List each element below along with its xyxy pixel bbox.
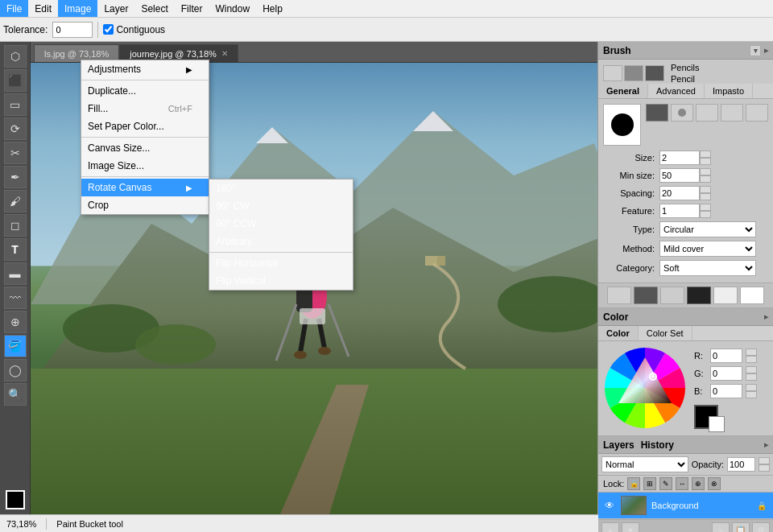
brush-tab-general[interactable]: General: [598, 84, 648, 98]
brush-swatch-1[interactable]: [607, 287, 631, 304]
tool-fill-bucket[interactable]: 🪣: [4, 335, 27, 357]
menu-item-crop[interactable]: Crop: [81, 196, 209, 214]
brush-category-select[interactable]: Soft Hard Bristle: [659, 260, 756, 276]
lock-icon-2[interactable]: ⊞: [643, 477, 656, 490]
lock-icon-1[interactable]: 🔒: [627, 477, 640, 490]
brush-feature-up[interactable]: ▲: [700, 204, 711, 211]
layer-mode-select[interactable]: Normal Multiply Screen: [601, 456, 688, 472]
tool-crop[interactable]: ✂: [4, 142, 27, 164]
color-panel-collapse[interactable]: ▸: [764, 312, 768, 321]
submenu-90ccw[interactable]: 90° CCW: [209, 215, 353, 233]
menu-window[interactable]: Window: [209, 0, 256, 17]
brush-swatch-2[interactable]: [634, 287, 658, 304]
menu-item-paper-color[interactable]: Set Paper Color...: [81, 118, 209, 135]
tool-smudge[interactable]: 〰: [4, 287, 27, 309]
lock-icon-6[interactable]: ⊗: [708, 477, 721, 490]
brush-minsize-down[interactable]: ▼: [700, 175, 711, 183]
foreground-swatch[interactable]: [694, 405, 718, 429]
history-tab-btn[interactable]: History: [641, 439, 677, 451]
menu-item-canvas-size[interactable]: Canvas Size...: [81, 139, 209, 157]
brush-feature-down[interactable]: ▼: [700, 211, 711, 218]
tool-shape[interactable]: ▬: [4, 262, 27, 285]
brush-spacing-up[interactable]: ▲: [700, 186, 711, 193]
opacity-up[interactable]: ▲: [759, 457, 770, 464]
brush-size-up[interactable]: ▲: [700, 151, 711, 158]
brush-shape-gradient[interactable]: [746, 104, 768, 122]
layer-btn-add[interactable]: ＋: [712, 522, 730, 532]
tolerance-input[interactable]: [52, 22, 93, 38]
color-b-input[interactable]: [710, 384, 742, 398]
tab-journey-close[interactable]: ✕: [221, 49, 228, 58]
brush-panel-collapse[interactable]: ▸: [764, 46, 768, 55]
brush-type-select[interactable]: Circular Flat Palette: [659, 221, 756, 237]
brush-method-select[interactable]: Mild cover Buildup Glazing: [659, 241, 756, 257]
color-r-down[interactable]: ▼: [746, 356, 757, 363]
brush-minsize-input[interactable]: [659, 168, 700, 183]
lock-icon-5[interactable]: ⊕: [692, 477, 705, 490]
brush-swatch-5[interactable]: [713, 287, 738, 304]
contiguous-checkbox[interactable]: [103, 24, 114, 35]
layer-btn-duplicate[interactable]: 📋: [732, 522, 750, 532]
layers-tab-btn[interactable]: Layers: [603, 439, 641, 451]
brush-spacing-down[interactable]: ▼: [700, 193, 711, 200]
menu-image[interactable]: Image: [58, 0, 97, 17]
brush-size-input[interactable]: [659, 151, 700, 165]
tool-fill[interactable]: ⬛: [4, 69, 27, 92]
tool-text[interactable]: T: [4, 238, 27, 261]
brush-preset-1[interactable]: [603, 65, 622, 81]
lock-icon-3[interactable]: ✎: [659, 477, 672, 490]
opacity-input[interactable]: [727, 457, 755, 472]
menu-item-image-size[interactable]: Image Size...: [81, 157, 209, 175]
menu-item-adjustments[interactable]: Adjustments ▶: [81, 60, 209, 78]
layer-eye-background[interactable]: 👁: [603, 499, 616, 512]
layer-btn-up[interactable]: ▲: [601, 522, 619, 532]
brush-minsize-up[interactable]: ▲: [700, 168, 711, 175]
brush-swatch-6[interactable]: [740, 287, 764, 304]
brush-shape-texture[interactable]: [721, 104, 743, 122]
layer-btn-delete[interactable]: 🗑: [752, 522, 770, 532]
color-g-input[interactable]: [710, 366, 742, 381]
brush-preset-2[interactable]: [624, 65, 643, 81]
tool-brush[interactable]: 🖌: [4, 190, 27, 212]
opacity-down[interactable]: ▼: [759, 464, 770, 472]
color-tab-color[interactable]: Color: [598, 326, 639, 340]
layer-item-background[interactable]: 👁 Background 🔒: [598, 493, 773, 519]
brush-options-btn[interactable]: ▾: [750, 45, 761, 56]
brush-shape-dot[interactable]: [671, 104, 693, 122]
menu-help[interactable]: Help: [256, 0, 289, 17]
brush-swatch-4[interactable]: [687, 287, 711, 304]
menu-layer[interactable]: Layer: [97, 0, 134, 17]
submenu-90cw[interactable]: 90° CW: [209, 197, 353, 215]
tool-zoom[interactable]: 🔍: [4, 383, 27, 406]
menu-filter[interactable]: Filter: [175, 0, 209, 17]
color-wheel-wrapper[interactable]: [603, 346, 688, 431]
menu-item-rotate-canvas[interactable]: Rotate Canvas ▶ 180° 90° CW 90° CCW Arbi…: [81, 179, 209, 196]
brush-shape-circle-dark[interactable]: [646, 104, 668, 122]
color-r-input[interactable]: [710, 348, 742, 363]
layers-panel-collapse[interactable]: ▸: [764, 440, 768, 449]
submenu-180[interactable]: 180°: [209, 179, 353, 197]
tool-clone[interactable]: ⊕: [4, 311, 27, 333]
tool-dodge[interactable]: ◯: [4, 359, 27, 381]
tool-eyedropper[interactable]: ✒: [4, 166, 27, 188]
brush-tab-advanced[interactable]: Advanced: [648, 84, 705, 98]
color-b-down[interactable]: ▼: [746, 391, 757, 398]
brush-tab-impasto[interactable]: Impasto: [705, 84, 753, 98]
color-tab-colorset[interactable]: Color Set: [639, 326, 692, 340]
submenu-flip-h[interactable]: Flip Horizontal: [209, 254, 353, 272]
brush-size-down[interactable]: ▼: [700, 158, 711, 165]
tool-transform[interactable]: ⟳: [4, 118, 27, 140]
menu-item-duplicate[interactable]: Duplicate...: [81, 82, 209, 100]
tool-select-rect[interactable]: ▭: [4, 93, 27, 116]
tool-eraser[interactable]: ◻: [4, 214, 27, 237]
lock-icon-4[interactable]: ↔: [676, 477, 688, 490]
menu-file[interactable]: File: [0, 0, 28, 17]
submenu-flip-v[interactable]: Flip Vertical: [209, 272, 353, 290]
brush-shape-square[interactable]: [696, 104, 718, 122]
color-g-down[interactable]: ▼: [746, 373, 757, 381]
brush-preset-3[interactable]: [645, 65, 664, 81]
tool-pointer[interactable]: ⬡: [4, 45, 27, 68]
layer-btn-down[interactable]: ▼: [622, 522, 639, 532]
submenu-arbitrary[interactable]: Arbitrary...: [209, 233, 353, 250]
foreground-color-swatch[interactable]: [6, 490, 25, 509]
